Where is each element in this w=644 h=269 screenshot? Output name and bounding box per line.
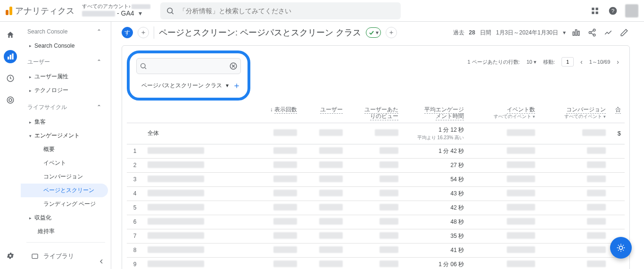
table-row[interactable]: 841 秒 xyxy=(127,243,625,257)
insights-icon[interactable] xyxy=(603,27,614,38)
redacted xyxy=(319,204,343,210)
row-engagement: 42 秒 xyxy=(402,201,468,215)
svg-line-24 xyxy=(145,67,146,69)
rail-reports-icon[interactable] xyxy=(4,50,17,63)
row-revenue xyxy=(610,158,625,172)
sidebar-item-overview[interactable]: 概要 xyxy=(21,143,108,156)
sidebar-item-search-console[interactable]: ▸ Search Console xyxy=(21,40,108,52)
redacted xyxy=(273,204,297,210)
table-row[interactable]: 542 秒 xyxy=(127,201,625,215)
redacted xyxy=(587,218,606,225)
section-lifecycle[interactable]: ライフサイクル ⌃ xyxy=(21,97,111,115)
table-row[interactable]: 354 秒 xyxy=(127,172,625,186)
add-comparison-button[interactable]: ＋ xyxy=(386,27,397,38)
redacted xyxy=(507,261,535,267)
sidebar-item-retention[interactable]: 維持率 xyxy=(21,225,108,238)
tab-chip-active[interactable]: す xyxy=(122,27,133,38)
svg-rect-15 xyxy=(573,32,574,36)
app-logo: アナリティクス xyxy=(4,5,74,17)
avatar[interactable] xyxy=(625,4,638,17)
customize-icon[interactable] xyxy=(570,27,582,38)
col-revenue[interactable]: 合 xyxy=(610,103,625,123)
sidebar-item-monetization[interactable]: ▸ 収益化 xyxy=(21,211,108,225)
sidebar-item-conversions[interactable]: コンバージョン xyxy=(21,170,108,184)
sidebar-item-user-attributes[interactable]: ▸ ユーザー属性 xyxy=(21,70,108,84)
primary-dimension[interactable]: ページパスとスクリーン クラス xyxy=(141,82,222,90)
table-row[interactable]: 227 秒 xyxy=(127,158,625,172)
help-icon[interactable]: ? xyxy=(607,5,619,17)
col-views-per-user[interactable]: ユーザーあたりのビュー xyxy=(347,103,402,123)
redacted xyxy=(273,161,297,168)
col-users[interactable]: ユーザー xyxy=(301,103,347,123)
summary-label: 全体 xyxy=(148,130,159,136)
add-dimension-button[interactable]: ＋ xyxy=(232,80,241,91)
rows-per-page-label: 1 ページあたりの行数: xyxy=(467,59,520,66)
sidebar-item-events[interactable]: イベント xyxy=(21,156,108,170)
table-row[interactable]: 735 秒 xyxy=(127,229,625,243)
col-events[interactable]: イベント数すべてのイベント ▾ xyxy=(468,103,538,123)
redacted xyxy=(507,129,535,136)
sidebar-item-label: エンゲージメント xyxy=(34,132,80,140)
pager-prev-icon[interactable]: ‹ xyxy=(580,58,583,66)
sidebar-item-tech[interactable]: ▸ テクノロジー xyxy=(21,84,108,97)
insights-fab[interactable] xyxy=(610,237,632,259)
section-user[interactable]: ユーザー ⌃ xyxy=(21,52,111,70)
redacted xyxy=(507,246,535,253)
sidebar-item-label: 集客 xyxy=(34,118,46,126)
rail-advertising-icon[interactable] xyxy=(4,93,17,107)
account-picker[interactable]: すべてのアカウント › - GA4 ▾ xyxy=(82,3,153,17)
pager-next-icon[interactable]: › xyxy=(617,58,619,66)
rail-home-icon[interactable] xyxy=(4,28,17,42)
table-row[interactable]: 11 分 42 秒 xyxy=(127,144,625,158)
row-revenue xyxy=(610,186,625,201)
summary-engagement: 1 分 12 秒 xyxy=(438,126,464,133)
chevron-down-icon: ▾ xyxy=(563,29,566,36)
table-row[interactable]: 91 分 06 秒 xyxy=(127,257,625,269)
row-index: 9 xyxy=(127,257,144,269)
redacted xyxy=(148,246,204,253)
summary-revenue: $ xyxy=(618,130,621,137)
table-row[interactable]: 648 秒 xyxy=(127,215,625,229)
row-index: 3 xyxy=(127,172,144,186)
redacted xyxy=(148,161,204,168)
add-tab-button[interactable]: ＋ xyxy=(138,27,149,38)
global-search-input[interactable] xyxy=(179,7,395,15)
collapse-sidebar-button[interactable] xyxy=(98,258,105,265)
sidebar-item-label: Search Console xyxy=(34,42,74,49)
share-icon[interactable] xyxy=(586,27,598,38)
svg-rect-9 xyxy=(9,55,11,59)
section-search-console[interactable]: Search Console ⌃ xyxy=(21,22,111,40)
table-search-input[interactable] xyxy=(147,63,229,70)
sidebar-item-pages-screens[interactable]: ページとスクリーン xyxy=(21,184,108,197)
table-search[interactable] xyxy=(136,58,241,74)
rail-explore-icon[interactable] xyxy=(4,72,17,85)
redacted xyxy=(380,161,398,168)
rail-admin-icon[interactable] xyxy=(4,249,17,262)
global-search[interactable] xyxy=(160,2,401,19)
divider xyxy=(154,26,154,39)
rows-per-page-select[interactable]: 10 ▾ xyxy=(527,59,537,65)
sidebar-item-landing[interactable]: ランディング ページ xyxy=(21,197,108,211)
sidebar-item-engagement[interactable]: ▾ エンゲージメント xyxy=(21,129,108,143)
section-label: ユーザー xyxy=(27,58,50,66)
redacted xyxy=(273,232,297,239)
goto-input[interactable] xyxy=(561,57,574,67)
sidebar-item-label: イベント xyxy=(43,159,66,167)
clear-icon[interactable] xyxy=(229,62,238,70)
col-avg-engagement[interactable]: 平均エンゲージメント時間 xyxy=(402,103,468,123)
svg-text:?: ? xyxy=(611,8,615,14)
redacted xyxy=(273,218,297,225)
col-conversions[interactable]: コンバージョンすべてのイベント ▾ xyxy=(539,103,610,123)
apps-icon[interactable] xyxy=(589,5,601,17)
filter-control-highlight: ページパスとスクリーン クラス ▾ ＋ xyxy=(127,50,250,101)
col-views[interactable]: ↓ 表示回数 xyxy=(256,103,301,123)
report-card: ページパスとスクリーン クラス ▾ ＋ 1 ページあたりの行数: 10 ▾ 移動… xyxy=(122,45,630,269)
row-engagement: 54 秒 xyxy=(402,172,468,186)
edit-icon[interactable] xyxy=(619,27,630,38)
goto-label: 移動: xyxy=(543,59,555,66)
redacted xyxy=(587,190,606,196)
status-pill[interactable]: ▾ xyxy=(366,27,381,38)
table-row[interactable]: 443 秒 xyxy=(127,186,625,201)
date-range-picker[interactable]: 1月3日～2024年1月30日 xyxy=(496,29,558,37)
sidebar-item-acquisition[interactable]: ▸ 集客 xyxy=(21,115,108,129)
